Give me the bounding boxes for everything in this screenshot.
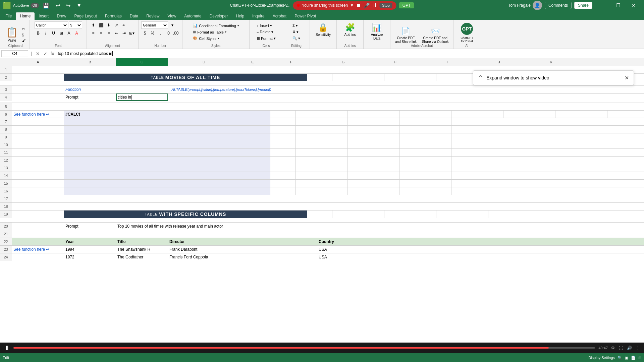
delete-button[interactable]: − Delete ▾ xyxy=(255,29,275,35)
cell-b1[interactable] xyxy=(64,66,116,73)
tab-developer[interactable]: Developer xyxy=(206,12,232,20)
cell-b3[interactable]: Function xyxy=(64,86,116,93)
cell-k4[interactable] xyxy=(525,94,577,101)
cell-f18[interactable] xyxy=(265,203,317,210)
cell-g23[interactable]: USA xyxy=(317,246,416,253)
cell-f4[interactable] xyxy=(265,94,317,101)
conditional-formatting-button[interactable]: 📊 Conditional Formatting ▾ xyxy=(191,23,241,28)
cell-h22[interactable] xyxy=(416,238,468,245)
font-size-select[interactable]: 9 xyxy=(69,21,82,29)
video-settings-icon[interactable]: ⚙ xyxy=(611,346,615,350)
cell-b12[interactable] xyxy=(64,157,270,164)
col-header-a[interactable]: A xyxy=(12,58,64,66)
cell-g19[interactable] xyxy=(384,210,436,218)
cell-f17[interactable] xyxy=(265,195,317,202)
cell-a12[interactable] xyxy=(12,157,64,164)
cell-f6[interactable] xyxy=(296,111,347,118)
cell-a14[interactable] xyxy=(12,172,64,179)
orientation-button[interactable]: ↗ xyxy=(113,21,120,29)
font-color-button[interactable]: A xyxy=(73,29,80,37)
row-num-2[interactable]: 2 xyxy=(0,74,12,81)
cell-d24[interactable]: Francis Ford Coppola xyxy=(168,253,240,261)
cell-e23[interactable] xyxy=(240,246,265,253)
normal-view-icon[interactable]: ▣ xyxy=(625,356,628,360)
more-title-options[interactable]: ▼ xyxy=(74,2,84,9)
cell-a15[interactable] xyxy=(12,180,64,187)
cell-g5[interactable] xyxy=(317,103,369,110)
cell-a20[interactable] xyxy=(12,223,64,230)
tab-acrobat[interactable]: Acrobat xyxy=(269,12,290,20)
align-middle-button[interactable]: ⬛ xyxy=(97,21,105,29)
row-num-6[interactable]: 6 xyxy=(0,111,12,118)
decrease-decimal-button[interactable]: .0 xyxy=(164,29,172,37)
cell-h15[interactable] xyxy=(399,180,451,187)
cell-h12[interactable] xyxy=(399,157,451,164)
increase-decimal-button[interactable]: .00 xyxy=(172,29,179,37)
cell-b21[interactable] xyxy=(64,230,116,238)
cell-e11[interactable] xyxy=(270,149,296,156)
stop-button[interactable]: Stop xyxy=(379,3,392,8)
row-num-24[interactable]: 24 xyxy=(0,253,12,261)
cell-reference-box[interactable] xyxy=(1,50,28,57)
cell-h14[interactable] xyxy=(399,172,451,179)
cell-f7[interactable] xyxy=(296,118,347,125)
cell-j6[interactable] xyxy=(503,111,555,118)
cell-b6-calc[interactable]: #CALC! xyxy=(64,111,270,118)
create-pdf-button[interactable]: 📄 Create PDFand Share link xyxy=(393,25,419,45)
cell-g6[interactable] xyxy=(347,111,399,118)
cell-a19[interactable] xyxy=(12,210,64,218)
row-num-7[interactable]: 7 xyxy=(0,118,12,125)
find-select-button[interactable]: 🔍 ▾ xyxy=(291,36,302,41)
cell-f5[interactable] xyxy=(265,103,317,110)
tab-inquire[interactable]: Inquire xyxy=(248,12,269,20)
cell-j3[interactable] xyxy=(567,86,619,93)
cell-f24[interactable] xyxy=(265,253,317,261)
cell-f13[interactable] xyxy=(296,164,347,172)
tab-view[interactable]: View xyxy=(164,12,180,20)
cell-b11[interactable] xyxy=(64,149,270,156)
cell-g17[interactable] xyxy=(317,195,369,202)
video-more-icon[interactable]: ⋮ xyxy=(636,346,640,350)
cell-g10[interactable] xyxy=(347,141,399,148)
cell-h21[interactable] xyxy=(369,230,421,238)
cell-a23[interactable]: See function here ↩ xyxy=(12,246,64,253)
cell-a1[interactable] xyxy=(12,66,64,73)
cell-h6[interactable] xyxy=(399,111,451,118)
wrap-text-button[interactable]: ↵ xyxy=(120,21,128,29)
tab-file[interactable]: File xyxy=(1,12,16,20)
cell-e21[interactable] xyxy=(240,230,265,238)
align-center-button[interactable]: ≡ xyxy=(97,29,105,37)
format-as-table-button[interactable]: ⊞ Format as Table ▾ xyxy=(191,29,228,35)
cell-e15[interactable] xyxy=(270,180,296,187)
cell-h7[interactable] xyxy=(399,118,451,125)
cell-g2[interactable] xyxy=(384,74,436,81)
cell-g12[interactable] xyxy=(347,157,399,164)
cell-g16[interactable] xyxy=(347,187,399,195)
cell-b9[interactable] xyxy=(64,133,270,141)
row-num-22[interactable]: 22 xyxy=(0,238,12,245)
cell-h3[interactable] xyxy=(463,86,515,93)
cell-h13[interactable] xyxy=(399,164,451,172)
see-function-link[interactable]: See function here ↩ xyxy=(13,112,49,117)
cell-a18[interactable] xyxy=(12,203,64,210)
insert-function-icon[interactable]: fx xyxy=(50,51,55,56)
cell-c24[interactable]: The Godfather xyxy=(116,253,168,261)
tab-draw[interactable]: Draw xyxy=(53,12,70,20)
row-num-23[interactable]: 23 xyxy=(0,246,12,253)
cell-f12[interactable] xyxy=(296,157,347,164)
row-num-3[interactable]: 3 xyxy=(0,86,12,93)
autosave-off-label[interactable]: Off xyxy=(31,3,39,8)
video-volume-icon[interactable]: 🔊 xyxy=(627,346,632,350)
cell-a5[interactable] xyxy=(12,103,64,110)
page-break-icon[interactable]: ⊞ xyxy=(638,356,641,360)
display-settings[interactable]: Display Settings xyxy=(588,356,615,360)
cell-b10[interactable] xyxy=(64,141,270,148)
insert-button[interactable]: + Insert ▾ xyxy=(255,23,273,28)
tab-data[interactable]: Data xyxy=(126,12,142,20)
tab-formulas[interactable]: Formulas xyxy=(101,12,126,20)
cell-b7[interactable] xyxy=(64,118,270,125)
tab-help[interactable]: Help xyxy=(232,12,248,20)
cell-g15[interactable] xyxy=(347,180,399,187)
cell-g7[interactable] xyxy=(347,118,399,125)
cell-f23[interactable] xyxy=(265,246,317,253)
